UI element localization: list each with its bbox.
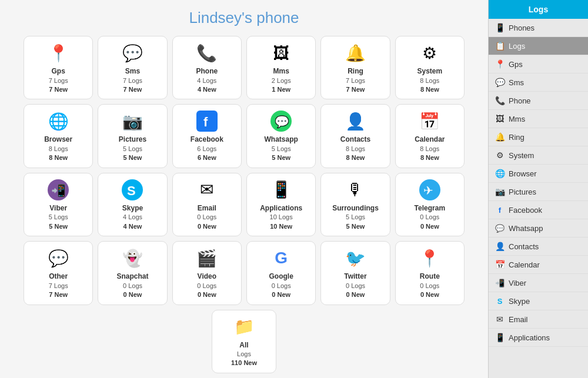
grid-item-phone[interactable]: 📞 Phone 4 Logs 4 New xyxy=(172,36,242,99)
phone-logs: 4 Logs xyxy=(197,76,216,85)
pictures-label: Pictures xyxy=(119,135,146,145)
sidebar-item-applications[interactable]: 📱 Applications xyxy=(489,329,588,347)
sms-label: Sms xyxy=(125,67,140,76)
grid-item-pictures[interactable]: 📷 Pictures 5 Logs 5 New xyxy=(98,104,167,168)
sidebar-item-viber[interactable]: 📲 Viber xyxy=(489,274,588,292)
video-icon: 🎬 xyxy=(195,246,219,270)
sms-sidebar-label: Sms xyxy=(509,78,524,87)
sidebar-item-gps[interactable]: 📍 Gps xyxy=(489,55,588,73)
sidebar-item-ring[interactable]: 🔔 Ring xyxy=(489,128,588,146)
grid-item-mms[interactable]: 🖼 Mms 2 Logs 1 New xyxy=(246,36,316,99)
contacts-sidebar-label: Contacts xyxy=(509,242,539,251)
grid-item-facebook[interactable]: f Facebook 6 Logs 6 New xyxy=(172,104,242,168)
sidebar-item-phones[interactable]: 📱 Phones xyxy=(489,19,588,37)
calendar-icon: 📅 xyxy=(418,109,442,133)
all-item-row: 📁 All Logs 110 New xyxy=(24,310,465,373)
browser-sidebar-label: Browser xyxy=(509,169,537,178)
svg-text:💬: 💬 xyxy=(275,115,289,129)
gps-logs: 7 Logs xyxy=(49,76,68,85)
grid-item-email[interactable]: ✉ Email 0 Logs 0 New xyxy=(172,173,242,236)
phone-sidebar-label: Phone xyxy=(509,96,531,105)
all-label: All xyxy=(239,341,248,350)
applications-icon: 📱 xyxy=(269,178,293,202)
grid-item-video[interactable]: 🎬 Video 0 Logs 0 New xyxy=(172,241,242,305)
phones-sidebar-icon: 📱 xyxy=(495,22,505,33)
system-new: 8 New xyxy=(420,85,439,94)
whatsapp-sidebar-icon: 💬 xyxy=(495,223,505,233)
grid-item-snapchat[interactable]: 👻 Snapchat 0 Logs 0 New xyxy=(98,241,167,305)
twitter-logs: 0 Logs xyxy=(346,282,365,290)
viber-label: Viber xyxy=(49,204,67,213)
snapchat-logs: 0 Logs xyxy=(123,282,142,290)
sidebar-item-email[interactable]: ✉ Email xyxy=(489,310,588,329)
sidebar-item-mms[interactable]: 🖼 Mms xyxy=(489,110,588,128)
pictures-icon: 📷 xyxy=(121,109,144,133)
grid-item-applications[interactable]: 📱 Applications 10 Logs 10 New xyxy=(246,173,316,236)
google-new: 0 New xyxy=(272,290,290,299)
surroundings-new: 5 New xyxy=(346,222,365,231)
snapchat-icon: 👻 xyxy=(121,246,144,270)
grid-item-route[interactable]: 📍 Route 0 Logs 0 New xyxy=(395,241,465,305)
snapchat-new: 0 New xyxy=(123,290,142,299)
viber-sidebar-icon: 📲 xyxy=(495,277,505,288)
other-logs: 7 Logs xyxy=(49,282,68,290)
video-new: 0 New xyxy=(198,290,216,299)
email-new: 0 New xyxy=(198,222,216,231)
grid-item-google[interactable]: G Google 0 Logs 0 New xyxy=(246,241,316,305)
sidebar-item-pictures[interactable]: 📷 Pictures xyxy=(489,183,588,201)
grid-item-all[interactable]: 📁 All Logs 110 New xyxy=(212,310,276,373)
other-new: 7 New xyxy=(49,290,68,299)
grid-item-gps[interactable]: 📍 Gps 7 Logs 7 New xyxy=(24,36,93,99)
sidebar-item-browser[interactable]: 🌐 Browser xyxy=(489,165,588,183)
sidebar-item-skype[interactable]: S Skype xyxy=(489,292,588,310)
sidebar-header: Logs xyxy=(489,0,588,19)
grid-item-surroundings[interactable]: 🎙 Surroundings 5 Logs 5 New xyxy=(320,173,390,236)
phone-label: Phone xyxy=(196,67,218,76)
sidebar-item-calendar[interactable]: 📅 Calendar xyxy=(489,256,588,274)
viber-icon: 📲 xyxy=(46,178,70,202)
viber-logs: 5 Logs xyxy=(49,213,68,222)
skype-sidebar-icon: S xyxy=(495,296,505,306)
sidebar-item-facebook[interactable]: f Facebook xyxy=(489,201,588,219)
grid-item-browser[interactable]: 🌐 Browser 8 Logs 8 New xyxy=(24,104,93,168)
skype-label: Skype xyxy=(122,204,143,213)
surroundings-label: Surroundings xyxy=(332,204,379,213)
video-label: Video xyxy=(198,272,216,282)
sidebar-item-whatsapp[interactable]: 💬 Whatsapp xyxy=(489,219,588,237)
grid-item-contacts[interactable]: 👤 Contacts 8 Logs 8 New xyxy=(320,104,390,168)
route-icon: 📍 xyxy=(418,246,442,270)
svg-text:✈: ✈ xyxy=(423,184,433,197)
grid-item-whatsapp[interactable]: 💬 Whatsapp 5 Logs 5 New xyxy=(246,104,316,168)
google-logs: 0 Logs xyxy=(272,282,291,290)
sidebar-item-logs[interactable]: 📋 Logs xyxy=(489,37,588,55)
sidebar-item-phone[interactable]: 📞 Phone xyxy=(489,92,588,110)
surroundings-logs: 5 Logs xyxy=(346,213,365,222)
grid-item-other[interactable]: 💬 Other 7 Logs 7 New xyxy=(24,241,93,305)
page-title: Lindsey's phone xyxy=(6,9,482,27)
browser-logs: 8 Logs xyxy=(49,145,68,153)
grid-item-skype[interactable]: S Skype 4 Logs 4 New xyxy=(98,173,167,236)
grid-item-viber[interactable]: 📲 Viber 5 Logs 5 New xyxy=(24,173,93,236)
gps-sidebar-label: Gps xyxy=(509,60,523,69)
calendar-sidebar-label: Calendar xyxy=(509,260,540,269)
whatsapp-logs: 5 Logs xyxy=(272,145,291,153)
grid-item-calendar[interactable]: 📅 Calendar 8 Logs 8 New xyxy=(395,104,465,168)
grid-item-telegram[interactable]: ✈ Telegram 0 Logs 0 New xyxy=(395,173,465,236)
gps-label: Gps xyxy=(51,67,65,76)
mms-icon: 🖼 xyxy=(269,41,293,65)
grid-item-ring[interactable]: 🔔 Ring 7 Logs 7 New xyxy=(320,36,390,99)
grid-item-sms[interactable]: 💬 Sms 7 Logs 7 New xyxy=(98,36,167,99)
system-logs: 8 Logs xyxy=(420,76,439,85)
contacts-icon: 👤 xyxy=(343,109,367,133)
other-icon: 💬 xyxy=(46,246,70,270)
other-label: Other xyxy=(49,272,68,282)
sidebar-item-sms[interactable]: 💬 Sms xyxy=(489,73,588,92)
facebook-sidebar-label: Facebook xyxy=(509,206,542,215)
grid-item-system[interactable]: ⚙ System 8 Logs 8 New xyxy=(395,36,465,99)
calendar-logs: 8 Logs xyxy=(420,145,439,153)
google-icon: G xyxy=(269,246,293,270)
grid-item-twitter[interactable]: 🐦 Twitter 0 Logs 0 New xyxy=(320,241,390,305)
applications-label: Applications xyxy=(260,204,302,213)
sidebar-item-contacts[interactable]: 👤 Contacts xyxy=(489,237,588,256)
sidebar-item-system[interactable]: ⚙ System xyxy=(489,146,588,165)
